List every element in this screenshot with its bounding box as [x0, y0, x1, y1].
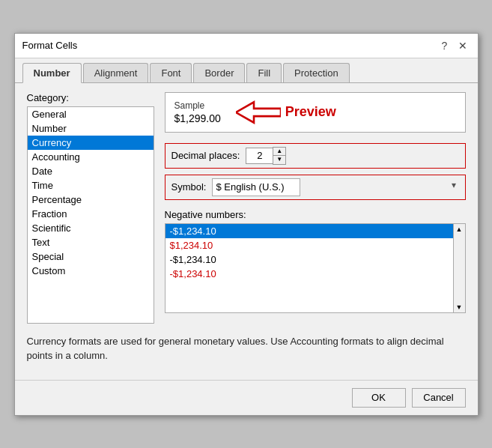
decimal-decrement[interactable]: ▼	[273, 156, 285, 164]
negative-numbers-list[interactable]: -$1,234.10 $1,234.10 -$1,234.10 -$1,234.…	[165, 223, 466, 313]
symbol-select[interactable]: $ English (U.S.)	[212, 178, 300, 196]
tab-fill[interactable]: Fill	[246, 63, 282, 82]
decimal-row: Decimal places: ▲ ▼	[165, 143, 466, 169]
neg-item-1[interactable]: -$1,234.10	[165, 224, 465, 238]
category-item-percentage[interactable]: Percentage	[28, 193, 154, 207]
decimal-input[interactable]	[246, 148, 273, 164]
category-item-text[interactable]: Text	[28, 235, 154, 249]
neg-item-4[interactable]: -$1,234.10	[165, 267, 465, 281]
category-item-date[interactable]: Date	[28, 164, 154, 178]
description-text: Currency formats are used for general mo…	[27, 334, 466, 363]
format-cells-dialog: Format Cells ? ✕ Number Alignment Font B…	[14, 33, 479, 416]
category-list[interactable]: General Number Currency Accounting Date …	[27, 106, 154, 324]
tab-border[interactable]: Border	[193, 63, 245, 82]
preview-arrow-icon	[236, 99, 281, 126]
category-item-currency[interactable]: Currency	[28, 136, 154, 150]
right-panel: Sample $1,299.00 Preview Decimal places:	[165, 92, 466, 324]
neg-scroll-down[interactable]: ▼	[455, 302, 464, 312]
neg-item-3[interactable]: -$1,234.10	[165, 252, 465, 267]
svg-marker-0	[236, 102, 281, 122]
symbol-row: Symbol: $ English (U.S.)	[165, 175, 466, 200]
category-label: Category:	[27, 92, 154, 103]
category-item-scientific[interactable]: Scientific	[28, 221, 154, 235]
category-item-accounting[interactable]: Accounting	[28, 150, 154, 164]
negative-numbers-label: Negative numbers:	[165, 209, 466, 220]
tab-protection[interactable]: Protection	[283, 63, 350, 82]
decimal-input-wrap: ▲ ▼	[246, 147, 286, 165]
ok-button[interactable]: OK	[352, 388, 406, 408]
tab-bar: Number Alignment Font Border Fill Protec…	[15, 58, 478, 83]
neg-item-2[interactable]: $1,234.10	[165, 238, 465, 252]
category-panel: Category: General Number Currency Accoun…	[27, 92, 154, 324]
decimal-increment[interactable]: ▲	[273, 148, 285, 156]
dialog-title: Format Cells	[22, 40, 78, 51]
cancel-button[interactable]: Cancel	[412, 388, 466, 408]
category-item-custom[interactable]: Custom	[28, 264, 154, 278]
negative-numbers-section: Negative numbers: -$1,234.10 $1,234.10 -…	[165, 209, 466, 313]
content-area: Category: General Number Currency Accoun…	[15, 83, 478, 372]
decimal-label: Decimal places:	[171, 150, 240, 161]
sample-box: Sample $1,299.00 Preview	[165, 92, 466, 133]
sample-label: Sample	[174, 100, 221, 111]
decimal-spinner: ▲ ▼	[273, 147, 286, 165]
tab-font[interactable]: Font	[150, 63, 192, 82]
symbol-label: Symbol:	[171, 181, 207, 193]
sample-content: Sample $1,299.00	[174, 100, 221, 124]
category-item-special[interactable]: Special	[28, 249, 154, 264]
category-item-fraction[interactable]: Fraction	[28, 207, 154, 221]
main-area: Category: General Number Currency Accoun…	[27, 92, 466, 324]
category-item-number[interactable]: Number	[28, 121, 154, 136]
help-button[interactable]: ?	[437, 38, 452, 53]
sample-value: $1,299.00	[174, 112, 221, 124]
category-item-general[interactable]: General	[28, 107, 154, 121]
neg-scroll-up[interactable]: ▲	[455, 224, 464, 234]
tab-number[interactable]: Number	[22, 63, 82, 83]
preview-label: Preview	[285, 104, 336, 120]
footer: OK Cancel	[15, 380, 478, 415]
category-item-time[interactable]: Time	[28, 178, 154, 193]
close-button[interactable]: ✕	[455, 38, 470, 53]
symbol-select-wrap: $ English (U.S.)	[212, 178, 458, 196]
tab-alignment[interactable]: Alignment	[83, 63, 149, 82]
title-bar-controls: ? ✕	[437, 38, 470, 53]
title-bar: Format Cells ? ✕	[15, 34, 478, 58]
neg-list-scrollbar[interactable]: ▲ ▼	[453, 224, 465, 312]
preview-arrow-container: Preview	[236, 99, 336, 126]
